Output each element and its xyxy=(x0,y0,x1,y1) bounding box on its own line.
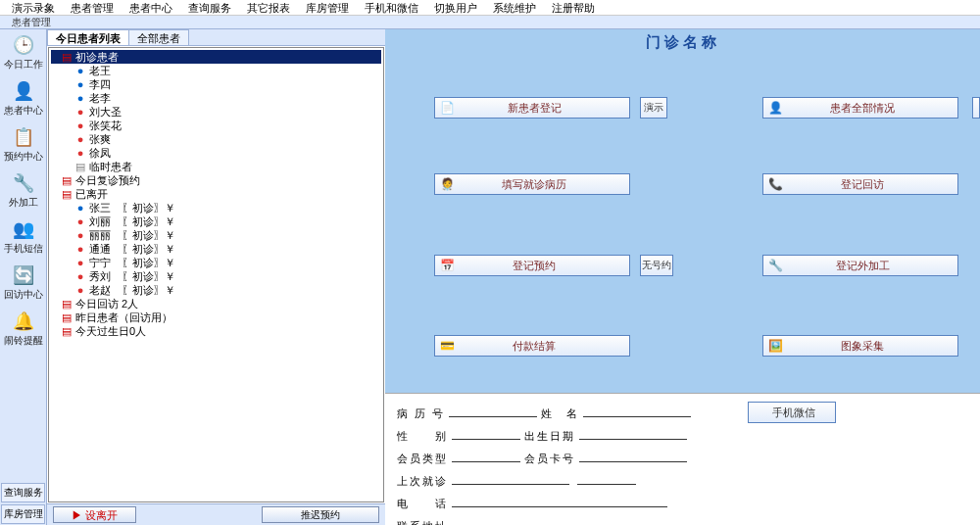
nav-icon: 🔧 xyxy=(12,171,35,195)
nav-item[interactable]: 🕒今日工作 xyxy=(0,29,46,75)
button-label: 患者全部情况 xyxy=(787,101,957,116)
left-bottom-query[interactable]: 查询服务 xyxy=(1,483,45,502)
nav-label: 预约中心 xyxy=(4,150,43,164)
submenu-item[interactable]: 患者管理 xyxy=(6,16,57,28)
button-icon: 📄 xyxy=(439,100,455,116)
subbar: 患者管理 xyxy=(0,16,980,29)
patient-tree[interactable]: ▤ 初诊患者● 老王● 李四● 老李● 刘大圣● 张笑花● 张爽● 徐凤▤ 临时… xyxy=(48,47,384,502)
tree-node[interactable]: ● 秀刘 〖初诊〗￥ xyxy=(51,269,381,283)
nav-label: 今日工作 xyxy=(4,58,43,72)
tree-node[interactable]: ● 刘大圣 xyxy=(51,105,381,119)
menu-item[interactable]: 系统维护 xyxy=(485,0,544,15)
visit-log-button[interactable]: 📞登记回访 xyxy=(762,173,958,195)
tree-node[interactable]: ● 丽丽 〖初诊〗￥ xyxy=(51,228,381,242)
menu-item[interactable]: 演示录象 xyxy=(4,0,63,15)
button-icon: 💳 xyxy=(439,338,455,354)
set-leave-button[interactable]: ▶ 设离开 xyxy=(53,506,136,523)
nav-label: 手机短信 xyxy=(4,242,43,256)
tree-node[interactable]: ▤ 今天过生日0人 xyxy=(51,324,381,338)
tree-node[interactable]: ● 张笑花 xyxy=(51,119,381,132)
patient-form: 病 历 号姓 名 性 别出生日期 会员类型会员卡号 上次就诊 电 话 联系地址 xyxy=(385,393,980,525)
nav-item[interactable]: 🔔闹铃提醒 xyxy=(0,306,46,352)
nav-label: 患者中心 xyxy=(4,104,43,118)
menu-item[interactable]: 其它报表 xyxy=(239,0,298,15)
mobile-wechat-button[interactable]: 手机微信 xyxy=(748,402,836,423)
delay-appoint-button[interactable]: 推迟预约 xyxy=(262,506,379,523)
button-icon: 👤 xyxy=(767,100,783,116)
menubar: 演示录象患者管理患者中心查询服务其它报表库房管理手机和微信切换用户系统维护注册帮… xyxy=(0,0,980,16)
nav-label: 闹铃提醒 xyxy=(4,334,43,348)
tree-node[interactable]: ▤ 临时患者 xyxy=(51,160,381,173)
button-label: 填写就诊病历 xyxy=(459,177,629,192)
nav-item[interactable]: 🔧外加工 xyxy=(0,167,46,214)
menu-item[interactable]: 手机和微信 xyxy=(357,0,426,15)
tree-node[interactable]: ▤ 今日回访 2人 xyxy=(51,297,381,310)
tree-node[interactable]: ● 通通 〖初诊〗￥ xyxy=(51,242,381,256)
button-label: 图象采集 xyxy=(787,339,957,354)
button-label: 登记外加工 xyxy=(787,259,957,273)
clinic-title: 门诊名称 xyxy=(385,29,980,56)
tree-node[interactable]: ● 老李 xyxy=(51,91,381,105)
button-label: 付款结算 xyxy=(459,339,629,354)
nav-icon: 📋 xyxy=(12,125,35,149)
tree-node[interactable]: ▤ 今日复诊预约 xyxy=(51,173,381,187)
demo-button[interactable]: 演示 xyxy=(640,97,667,119)
button-label: 登记回访 xyxy=(787,177,957,192)
button-icon: 🖼️ xyxy=(767,338,783,354)
edge1-button[interactable] xyxy=(972,97,980,119)
button-label: 新患者登记 xyxy=(459,101,629,116)
image-capture-button[interactable]: 🖼️图象采集 xyxy=(762,335,958,357)
tree-node[interactable]: ● 张爽 xyxy=(51,132,381,146)
nav-icon: 🔔 xyxy=(12,310,35,333)
menu-item[interactable]: 库房管理 xyxy=(298,0,357,15)
tree-node[interactable]: ▤ 昨日患者（回访用） xyxy=(51,310,381,324)
extern-button[interactable]: 🔧登记外加工 xyxy=(762,255,958,276)
fill-record-button[interactable]: 🧑‍⚕️填写就诊病历 xyxy=(434,173,630,195)
tab[interactable]: 全部患者 xyxy=(128,29,189,45)
nav-label: 回访中心 xyxy=(4,288,43,302)
tree-node[interactable]: ● 徐凤 xyxy=(51,146,381,160)
button-icon: 🧑‍⚕️ xyxy=(439,176,455,192)
menu-item[interactable]: 查询服务 xyxy=(180,0,239,15)
arrow-icon: ▶ xyxy=(72,509,85,521)
no-appoint-button[interactable]: 无号约 xyxy=(640,255,673,276)
button-icon: 📞 xyxy=(767,176,783,192)
tree-node[interactable]: ● 宁宁 〖初诊〗￥ xyxy=(51,256,381,269)
menu-item[interactable]: 患者中心 xyxy=(122,0,180,15)
nav-icon: 👤 xyxy=(12,79,35,103)
nav-label: 外加工 xyxy=(9,196,38,210)
tab[interactable]: 今日患者列表 xyxy=(47,29,129,45)
tree-node[interactable]: ▤ 已离开 xyxy=(51,187,381,201)
menu-item[interactable]: 患者管理 xyxy=(63,0,122,15)
nav-item[interactable]: 📋预约中心 xyxy=(0,121,46,167)
all-info-button[interactable]: 👤患者全部情况 xyxy=(762,97,958,119)
tree-node[interactable]: ● 刘丽 〖初诊〗￥ xyxy=(51,215,381,228)
payment-button[interactable]: 💳付款结算 xyxy=(434,335,630,357)
button-label: 登记预约 xyxy=(459,259,629,273)
tree-node[interactable]: ● 张三 〖初诊〗￥ xyxy=(51,201,381,215)
patient-tabs: 今日患者列表全部患者 xyxy=(47,29,385,46)
nav-icon: 👥 xyxy=(12,217,35,241)
nav-item[interactable]: 🔄回访中心 xyxy=(0,260,46,306)
tree-node[interactable]: ● 李四 xyxy=(51,77,381,91)
tree-node[interactable]: ● 老赵 〖初诊〗￥ xyxy=(51,283,381,297)
action-buttons-area: 📄新患者登记演示👤患者全部情况🧑‍⚕️填写就诊病历📞登记回访📅登记预约无号约🔧登… xyxy=(385,56,980,393)
nav-item[interactable]: 👥手机短信 xyxy=(0,214,46,260)
menu-item[interactable]: 切换用户 xyxy=(426,0,485,15)
button-icon: 📅 xyxy=(439,258,455,273)
nav-icon: 🕒 xyxy=(12,33,35,57)
menu-item[interactable]: 注册帮助 xyxy=(544,0,603,15)
nav-item[interactable]: 👤患者中心 xyxy=(0,75,46,121)
left-nav: 🕒今日工作👤患者中心📋预约中心🔧外加工👥手机短信🔄回访中心🔔闹铃提醒 查询服务 … xyxy=(0,29,47,525)
nav-icon: 🔄 xyxy=(12,263,35,287)
tree-node[interactable]: ● 老王 xyxy=(51,64,381,77)
left-bottom-store[interactable]: 库房管理 xyxy=(1,504,45,524)
tree-node[interactable]: ▤ 初诊患者 xyxy=(51,50,381,64)
new-patient-button[interactable]: 📄新患者登记 xyxy=(434,97,630,119)
appoint-button[interactable]: 📅登记预约 xyxy=(434,255,630,276)
button-icon: 🔧 xyxy=(767,258,783,273)
